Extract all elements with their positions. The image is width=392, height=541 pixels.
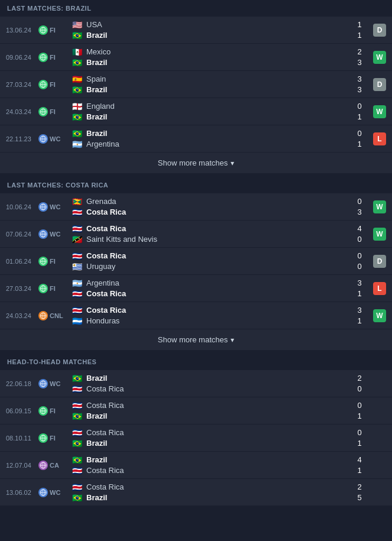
- team-row: 🇨🇷Costa Rica: [71, 208, 351, 216]
- app-container: LAST MATCHES: BRAZIL13.06.24FI🇺🇸USA🇧🇷Bra…: [0, 0, 392, 506]
- match-row: 27.03.24FI🇪🇸Spain🇧🇷Brazil33D: [0, 71, 392, 98]
- score-value: 0: [357, 401, 361, 410]
- team-name: Argentina: [86, 278, 119, 287]
- match-date: 22.11.23: [6, 135, 38, 142]
- match-row: 06.09.15FI🇨🇷Costa Rica🇧🇷Brazil01: [0, 397, 392, 425]
- team-flag: 🇨🇷: [71, 385, 83, 393]
- team-row: 🇧🇷Brazil: [71, 85, 351, 94]
- competition-icons: WC: [38, 202, 71, 212]
- result-badge: D: [373, 24, 386, 37]
- scores-column: 01: [351, 401, 368, 420]
- score-value: 1: [357, 20, 361, 29]
- competition-label: WC: [50, 380, 60, 387]
- team-flag: 🇨🇷: [71, 225, 83, 233]
- team-name: Brazil: [86, 31, 107, 40]
- result-badge: W: [373, 105, 386, 118]
- team-row: 🇧🇷Brazil: [71, 455, 351, 464]
- team-row: 🇨🇷Costa Rica: [71, 401, 351, 410]
- team-flag: 🇨🇷: [71, 429, 83, 437]
- scores-column: 01: [351, 129, 368, 148]
- teams-column: 🇬🇩Grenada🇨🇷Costa Rica: [71, 197, 351, 216]
- result-badge: L: [373, 282, 386, 295]
- match-date: 09.06.24: [6, 54, 38, 61]
- team-name: Brazil: [86, 493, 107, 502]
- team-name: Costa Rica: [86, 482, 124, 491]
- team-flag: 🇧🇷: [71, 86, 83, 94]
- competition-icons: FI: [38, 107, 71, 116]
- competition-icons: WC: [38, 488, 71, 497]
- team-flag: 🇨🇷: [71, 252, 83, 260]
- teams-column: 🇨🇷Costa Rica🇺🇾Uruguay: [71, 251, 351, 271]
- team-name: Costa Rica: [86, 401, 124, 410]
- team-flag: 🇧🇷: [71, 412, 83, 420]
- team-flag: 🇧🇷: [71, 456, 83, 464]
- team-name: Saint Kitts and Nevis: [86, 235, 157, 244]
- score-value: 3: [357, 85, 361, 94]
- score-value: 2: [357, 482, 361, 491]
- chevron-down-icon: ▾: [231, 336, 234, 344]
- globe-icon: [38, 433, 48, 443]
- team-row: 🇦🇷Argentina: [71, 278, 351, 287]
- team-name: Spain: [86, 74, 106, 83]
- teams-column: 🇨🇷Costa Rica🇧🇷Brazil: [71, 401, 351, 420]
- competition-icons: WC: [38, 379, 71, 388]
- chevron-down-icon: ▾: [231, 159, 234, 167]
- competition-label: FI: [50, 108, 56, 115]
- team-row: 🇺🇸USA: [71, 20, 351, 29]
- team-flag: 🇰🇳: [71, 235, 83, 244]
- team-name: England: [86, 102, 115, 111]
- globe-icon: [38, 257, 48, 266]
- competition-icons: WC: [38, 134, 71, 144]
- team-flag: 🇨🇷: [71, 401, 83, 410]
- match-date: 22.06.18: [6, 380, 38, 387]
- team-name: Brazil: [86, 85, 107, 94]
- match-row: 24.03.24FI🏴󠁧󠁢󠁥󠁮󠁧󠁿England🇧🇷Brazil01W: [0, 98, 392, 125]
- result-badge: L: [373, 132, 386, 145]
- globe-icon: [38, 406, 48, 416]
- score-value: 0: [357, 235, 361, 244]
- scores-column: 11: [351, 20, 368, 40]
- competition-label: FI: [50, 285, 56, 292]
- globe-icon: [38, 53, 48, 62]
- team-name: Brazil: [86, 129, 107, 138]
- competition-label: WC: [50, 231, 60, 238]
- team-row: 🇦🇷Argentina: [71, 140, 351, 148]
- team-row: 🇧🇷Brazil: [71, 31, 351, 40]
- team-flag: 🇦🇷: [71, 140, 83, 148]
- team-row: 🇨🇷Costa Rica: [71, 466, 351, 475]
- team-flag: 🇪🇸: [71, 75, 83, 83]
- team-name: Costa Rica: [86, 428, 124, 437]
- team-row: 🇧🇷Brazil: [71, 129, 351, 138]
- score-value: 2: [357, 47, 361, 56]
- globe-icon: [38, 80, 48, 89]
- match-date: 10.06.24: [6, 203, 38, 210]
- score-value: 1: [357, 412, 361, 420]
- team-row: 🇭🇳Honduras: [71, 316, 351, 325]
- competition-icons: CA: [38, 461, 71, 470]
- match-date: 13.06.24: [6, 27, 38, 34]
- result-badge: W: [373, 309, 386, 322]
- team-name: Brazil: [86, 455, 107, 464]
- scores-column: 33: [351, 74, 368, 94]
- match-date: 08.10.11: [6, 435, 38, 442]
- match-date: 24.03.24: [6, 108, 38, 115]
- team-name: Costa Rica: [86, 306, 126, 315]
- team-name: Brazil: [86, 374, 107, 383]
- competition-label: WC: [50, 135, 60, 142]
- show-more-button[interactable]: Show more matches▾: [0, 329, 392, 350]
- result-badge: W: [373, 200, 386, 213]
- competition-icons: FI: [38, 53, 71, 62]
- team-name: Costa Rica: [86, 384, 124, 393]
- team-row: 🇬🇩Grenada: [71, 197, 351, 206]
- match-date: 07.06.24: [6, 231, 38, 238]
- score-value: 0: [357, 197, 361, 206]
- team-name: Costa Rica: [86, 208, 126, 216]
- show-more-button[interactable]: Show more matches▾: [0, 153, 392, 173]
- team-flag: 🇧🇷: [71, 113, 83, 121]
- globe-icon: [38, 25, 48, 35]
- team-row: 🇨🇷Costa Rica: [71, 428, 351, 437]
- team-row: 🇨🇷Costa Rica: [71, 289, 351, 298]
- result-badge: W: [373, 228, 386, 241]
- match-row: 12.07.04CA🇧🇷Brazil🇨🇷Costa Rica41: [0, 452, 392, 479]
- team-flag: 🇨🇷: [71, 467, 83, 475]
